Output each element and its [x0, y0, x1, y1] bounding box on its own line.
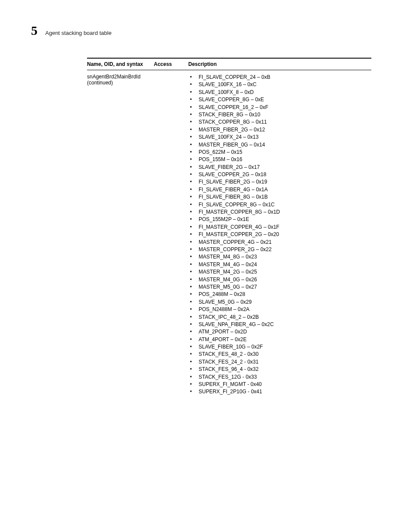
- list-item: FI_MASTER_COPPER_2G – 0x20: [188, 231, 371, 238]
- page-header: 5 Agent stacking board table: [31, 24, 380, 37]
- list-item: ATM_2PORT – 0x2D: [188, 328, 371, 336]
- list-item: POS_155M2P – 0x1E: [188, 216, 371, 223]
- oid-continued-label: (continued): [87, 80, 154, 86]
- list-item: SLAVE_FIBER_10G – 0x2F: [188, 343, 371, 351]
- list-item: MASTER_COPPER_2G – 0x22: [188, 246, 371, 253]
- col-header-access: Access: [154, 61, 188, 67]
- list-item: MASTER_FIBER_2G – 0x12: [188, 126, 371, 134]
- list-item: STACK_FIBER_8G – 0x10: [188, 111, 371, 118]
- list-item: SLAVE_NPA_FIBER_4G – 0x2C: [188, 321, 371, 328]
- board-table: Name, OID, and syntax Access Description…: [87, 58, 371, 396]
- list-item: SUPERX_FI_MGMT - 0x40: [188, 381, 371, 388]
- list-item: FI_SLAVE_FIBER_8G – 0x1B: [188, 193, 371, 201]
- list-item: FI_SLAVE_COPPER_8G – 0x1C: [188, 201, 371, 208]
- oid-name: snAgentBrd2MainBrdId: [87, 74, 154, 80]
- list-item: MASTER_M4_4G – 0x24: [188, 261, 371, 268]
- list-item: SLAVE_100FX_16 – 0xC: [188, 81, 371, 88]
- page: 5 Agent stacking board table Name, OID, …: [0, 0, 411, 532]
- table-header-row: Name, OID, and syntax Access Description: [87, 58, 371, 70]
- list-item: STACK_IPC_48_2 – 0x2B: [188, 314, 371, 321]
- list-item: FI_SLAVE_COPPER_24 – 0xB: [188, 74, 371, 81]
- list-item: STACK_FES_12G - 0x33: [188, 373, 371, 381]
- list-item: SLAVE_M5_0G – 0x29: [188, 299, 371, 306]
- list-item: FI_MASTER_COPPER_4G – 0x1F: [188, 224, 371, 231]
- list-item: MASTER_M4_0G – 0x26: [188, 276, 371, 283]
- list-item: SLAVE_100FX_8 – 0xD: [188, 89, 371, 96]
- list-item: POS_622M – 0x15: [188, 149, 371, 156]
- list-item: MASTER_COPPER_4G – 0x21: [188, 239, 371, 246]
- list-item: SLAVE_COPPER_2G – 0x18: [188, 171, 371, 178]
- chapter-title: Agent stacking board table: [45, 30, 112, 36]
- chapter-number: 5: [31, 24, 37, 37]
- list-item: MASTER_M4_8G – 0x23: [188, 253, 371, 261]
- cell-name: snAgentBrd2MainBrdId (continued): [87, 74, 154, 396]
- list-item: STACK_FES_24_2 - 0x31: [188, 358, 371, 366]
- list-item: POS_N2488M – 0x2A: [188, 306, 371, 313]
- list-item: ATM_4PORT – 0x2E: [188, 336, 371, 343]
- list-item: FI_SLAVE_FIBER_4G – 0x1A: [188, 186, 371, 193]
- cell-access: [154, 74, 188, 396]
- list-item: MASTER_M4_2G – 0x25: [188, 268, 371, 276]
- list-item: MASTER_M5_0G – 0x27: [188, 283, 371, 291]
- col-header-name: Name, OID, and syntax: [87, 61, 154, 67]
- list-item: SLAVE_FIBER_2G – 0x17: [188, 164, 371, 171]
- list-item: STACK_FES_96_4 - 0x32: [188, 366, 371, 373]
- list-item: SLAVE_COPPER_8G – 0xE: [188, 96, 371, 103]
- list-item: POS_155M – 0x16: [188, 156, 371, 163]
- cell-description: FI_SLAVE_COPPER_24 – 0xBSLAVE_100FX_16 –…: [188, 74, 371, 396]
- description-list: FI_SLAVE_COPPER_24 – 0xBSLAVE_100FX_16 –…: [188, 74, 371, 396]
- list-item: SUPERX_FI_2P10G - 0x41: [188, 388, 371, 395]
- list-item: FI_MASTER_COPPER_8G – 0x1D: [188, 208, 371, 216]
- list-item: POS_2488M – 0x28: [188, 291, 371, 298]
- list-item: MASTER_FIBER_0G – 0x14: [188, 141, 371, 149]
- list-item: STACK_FES_48_2 - 0x30: [188, 351, 371, 358]
- table-row: snAgentBrd2MainBrdId (continued) FI_SLAV…: [87, 70, 371, 396]
- list-item: STACK_COPPER_8G – 0x11: [188, 118, 371, 126]
- col-header-description: Description: [188, 61, 371, 67]
- list-item: SLAVE_COPPER_16_2 – 0xF: [188, 104, 371, 111]
- list-item: SLAVE_100FX_24 – 0x13: [188, 134, 371, 141]
- list-item: FI_SLAVE_FIBER_2G – 0x19: [188, 178, 371, 186]
